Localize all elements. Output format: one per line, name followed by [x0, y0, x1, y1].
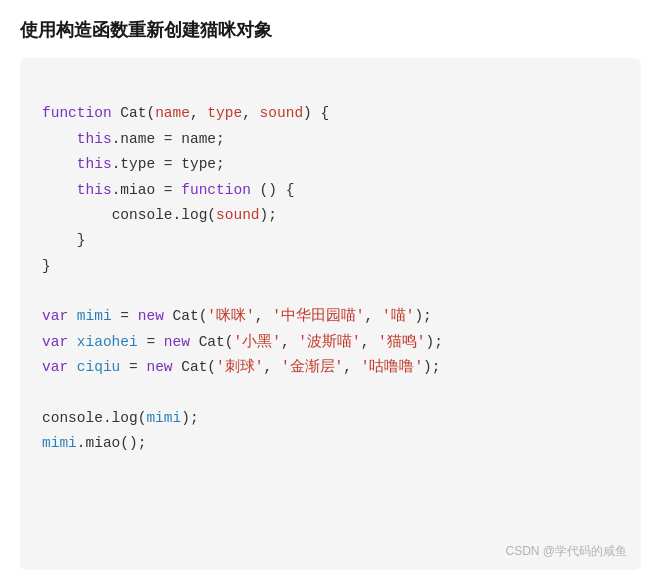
page-container: 使用构造函数重新创建猫咪对象 function Cat(name, type, …	[0, 0, 661, 580]
line-1: function Cat(name, type, sound) {	[42, 105, 329, 121]
code-block: function Cat(name, type, sound) { this.n…	[20, 58, 641, 570]
line-2: this.name = name;	[42, 131, 225, 147]
line-6: }	[42, 232, 86, 248]
line-9: var mimi = new Cat('咪咪', '中华田园喵', '喵');	[42, 308, 432, 324]
line-12	[42, 385, 51, 401]
line-8	[42, 283, 51, 299]
line-3: this.type = type;	[42, 156, 225, 172]
line-5: console.log(sound);	[42, 207, 277, 223]
line-11: var ciqiu = new Cat('刺球', '金渐层', '咕噜噜');	[42, 359, 441, 375]
line-4: this.miao = function () {	[42, 182, 294, 198]
line-14: mimi.miao();	[42, 435, 146, 451]
watermark: CSDN @学代码的咸鱼	[505, 543, 627, 560]
page-title: 使用构造函数重新创建猫咪对象	[20, 18, 641, 42]
line-7: }	[42, 258, 51, 274]
line-10: var xiaohei = new Cat('小黑', '波斯喵', '猫鸣')…	[42, 334, 443, 350]
code-content: function Cat(name, type, sound) { this.n…	[42, 76, 619, 482]
line-13: console.log(mimi);	[42, 410, 199, 426]
